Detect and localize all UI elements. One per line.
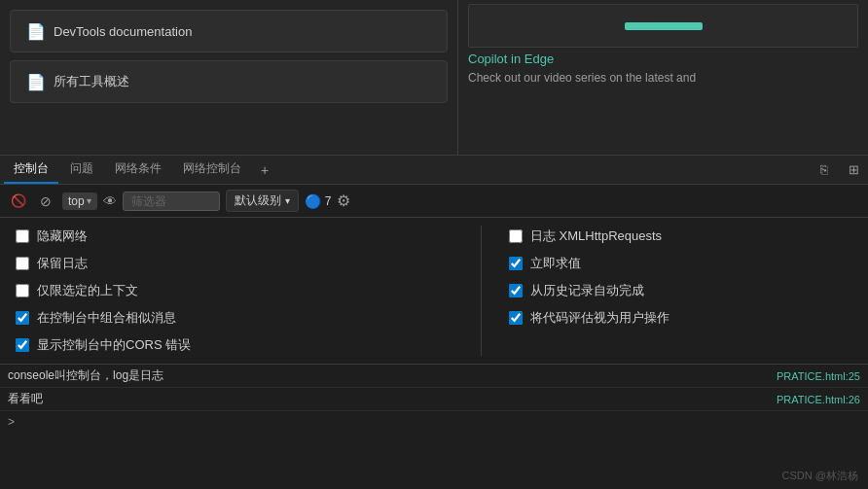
console-area: conseole叫控制台，log是日志 PRATICE.html:25 看看吧 … bbox=[0, 364, 868, 433]
log-text-2: 看看吧 bbox=[8, 391, 769, 407]
checkbox-only-selected: 仅限选定的上下文 bbox=[16, 280, 473, 301]
tab-bar: 控制台 问题 网络条件 网络控制台 + ⎘ ⊞ bbox=[0, 156, 868, 185]
eye-button[interactable]: 👁 bbox=[103, 193, 117, 209]
close-panel-button[interactable]: ⊞ bbox=[843, 159, 864, 181]
footer-watermark: CSDN @林浩杨 bbox=[782, 469, 858, 483]
all-tools-card[interactable]: 📄 所有工具概述 bbox=[10, 60, 448, 103]
log-text-1: conseole叫控制台，log是日志 bbox=[8, 367, 769, 384]
autocomplete-checkbox[interactable] bbox=[509, 284, 523, 297]
filter-input[interactable] bbox=[123, 192, 220, 211]
checkbox-eager-eval: 立即求值 bbox=[509, 253, 852, 274]
tab-add-button[interactable]: + bbox=[253, 158, 276, 182]
context-selector[interactable]: top ▾ bbox=[62, 192, 97, 210]
eye-icon: 👁 bbox=[103, 193, 117, 209]
all-tools-title: 所有工具概述 bbox=[54, 73, 129, 90]
arrow-right-icon: > bbox=[8, 415, 15, 429]
checkbox-group-similar: 在控制台中组合相似消息 bbox=[16, 307, 473, 329]
context-chevron-icon: ▾ bbox=[87, 195, 91, 206]
top-panel: 📄 DevTools documentation 📄 所有工具概述 Copilo… bbox=[0, 0, 868, 156]
settings-button[interactable]: ⚙ bbox=[337, 192, 350, 210]
copilot-image-area bbox=[468, 4, 858, 48]
tab-network-conditions[interactable]: 网络条件 bbox=[105, 156, 171, 184]
hide-network-checkbox[interactable] bbox=[16, 229, 29, 243]
group-similar-checkbox[interactable] bbox=[16, 311, 29, 325]
checkbox-autocomplete: 从历史记录自动完成 bbox=[509, 280, 852, 301]
log-row-2: 看看吧 PRATICE.html:26 bbox=[0, 388, 868, 411]
badge-icon: 🔵 bbox=[305, 193, 321, 209]
devtools-doc-card[interactable]: 📄 DevTools documentation bbox=[10, 10, 448, 52]
checkbox-log-xhr: 日志 XMLHttpRequests bbox=[509, 226, 852, 247]
checkbox-code-eval: 将代码评估视为用户操作 bbox=[509, 307, 852, 329]
log-source-2[interactable]: PRATICE.html:26 bbox=[777, 394, 860, 405]
tab-issues[interactable]: 问题 bbox=[60, 156, 103, 184]
level-chevron-icon: ▾ bbox=[285, 195, 290, 206]
code-eval-checkbox[interactable] bbox=[509, 311, 523, 325]
eager-eval-label: 立即求值 bbox=[530, 255, 581, 272]
log-xhr-label: 日志 XMLHttpRequests bbox=[530, 227, 662, 245]
doc-icon-2: 📄 bbox=[26, 73, 44, 90]
keep-log-label: 保留日志 bbox=[37, 255, 88, 272]
left-doc-panel: 📄 DevTools documentation 📄 所有工具概述 bbox=[0, 0, 457, 155]
level-dropdown[interactable]: 默认级别 ▾ bbox=[226, 190, 299, 212]
keep-log-checkbox[interactable] bbox=[16, 257, 29, 270]
copilot-title: Copilot in Edge bbox=[468, 52, 858, 66]
doc-icon: 📄 bbox=[26, 22, 44, 40]
only-selected-checkbox[interactable] bbox=[16, 284, 29, 297]
checkbox-show-cors: 显示控制台中的CORS 错误 bbox=[16, 334, 473, 356]
tab-right-actions: ⎘ ⊞ bbox=[814, 159, 864, 181]
hide-network-label: 隐藏网络 bbox=[37, 227, 88, 245]
devtools-doc-title: DevTools documentation bbox=[54, 24, 192, 39]
settings-panel: 隐藏网络 保留日志 仅限选定的上下文 在控制台中组合相似消息 显示控制台中的CO… bbox=[0, 218, 868, 364]
log-row-1: conseole叫控制台，log是日志 PRATICE.html:25 bbox=[0, 365, 868, 388]
copilot-panel: Copilot in Edge Check out our video seri… bbox=[457, 0, 868, 155]
console-toolbar: 🚫 ⊘ top ▾ 👁 默认级别 ▾ 🔵 7 ⚙ bbox=[0, 185, 868, 218]
show-cors-label: 显示控制台中的CORS 错误 bbox=[37, 336, 191, 354]
context-label: top bbox=[68, 194, 85, 208]
eager-eval-checkbox[interactable] bbox=[509, 257, 523, 270]
group-similar-label: 在控制台中组合相似消息 bbox=[37, 309, 176, 327]
clear-icon: 🚫 bbox=[11, 193, 26, 208]
settings-left: 隐藏网络 保留日志 仅限选定的上下文 在控制台中组合相似消息 显示控制台中的CO… bbox=[16, 226, 473, 356]
checkbox-hide-network: 隐藏网络 bbox=[16, 226, 473, 247]
show-cors-checkbox[interactable] bbox=[16, 338, 29, 352]
dock-action-button[interactable]: ⎘ bbox=[814, 159, 835, 181]
error-badge: 🔵 7 bbox=[305, 193, 332, 209]
expand-arrow-button[interactable]: > bbox=[0, 411, 868, 433]
gear-icon: ⚙ bbox=[337, 192, 350, 209]
settings-right: 日志 XMLHttpRequests 立即求值 从历史记录自动完成 将代码评估视… bbox=[489, 226, 852, 356]
only-selected-label: 仅限选定的上下文 bbox=[37, 282, 138, 299]
level-label: 默认级别 bbox=[235, 192, 281, 209]
settings-divider bbox=[481, 226, 482, 356]
log-xhr-checkbox[interactable] bbox=[509, 229, 523, 243]
log-source-1[interactable]: PRATICE.html:25 bbox=[777, 370, 860, 382]
copilot-description: Check out our video series on the latest… bbox=[468, 70, 858, 87]
code-eval-label: 将代码评估视为用户操作 bbox=[530, 309, 669, 327]
tab-network-console[interactable]: 网络控制台 bbox=[173, 156, 251, 184]
checkbox-keep-log: 保留日志 bbox=[16, 253, 473, 274]
clear-console-button[interactable]: 🚫 bbox=[8, 191, 29, 212]
stop-icon: ⊘ bbox=[40, 193, 52, 209]
tab-console[interactable]: 控制台 bbox=[4, 156, 58, 184]
error-count: 7 bbox=[325, 194, 332, 208]
autocomplete-label: 从历史记录自动完成 bbox=[530, 282, 644, 299]
stop-button[interactable]: ⊘ bbox=[35, 191, 56, 212]
